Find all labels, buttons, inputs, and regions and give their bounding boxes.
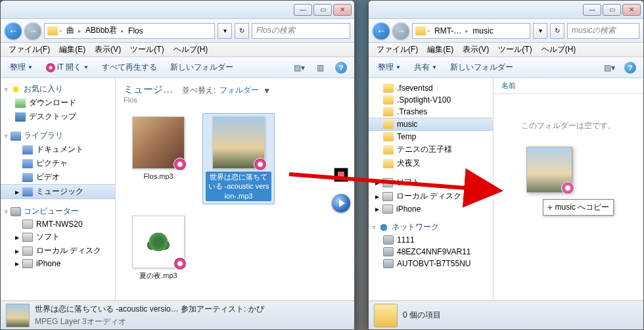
search-input[interactable]: musicの検索 (567, 23, 639, 39)
view-options-button[interactable]: ▤▾ (291, 60, 307, 76)
help-icon: ? (335, 62, 347, 74)
body-area: .fseventsd .Spotlight-V100 .Trashes musi… (369, 78, 643, 300)
open-with-button[interactable]: iT 開く▼ (42, 60, 93, 75)
itunes-badge-icon (254, 158, 267, 171)
forward-button[interactable]: → (24, 22, 41, 39)
sidebar-item-folder[interactable]: .fseventsd (369, 82, 493, 94)
view-options-button[interactable]: ▤▾ (601, 60, 617, 76)
sidebar-item-videos[interactable]: ▸ビデオ (1, 170, 115, 184)
forward-button[interactable]: → (392, 22, 409, 39)
file-label: Flos.mp3 (143, 172, 173, 181)
maximize-button[interactable]: ▭ (313, 4, 332, 16)
preview-pane-button[interactable]: ▥ (312, 60, 328, 76)
history-dropdown[interactable]: ▾ (218, 23, 232, 39)
address-bar[interactable]: « 曲 ▸ ABbbb君 ▸ Flos (44, 23, 215, 39)
sidebar-item-network[interactable]: AUTOBVT-B7T55NU (369, 258, 493, 270)
computer-icon (383, 259, 394, 268)
sidebar-item-drive[interactable]: ▸ソフト (369, 176, 493, 189)
sidebar-item-drive[interactable]: ▸ソフト (1, 230, 115, 244)
sidebar-item-folder[interactable]: 犬夜叉 (369, 156, 493, 170)
sidebar-item-folder[interactable]: テニスの王子様 (369, 143, 493, 156)
close-button[interactable]: ✕ (622, 4, 641, 16)
sidebar-item-network[interactable]: 1111 (369, 234, 493, 246)
back-button[interactable]: ← (5, 22, 22, 39)
library-subtitle: Flos (124, 96, 173, 104)
content-pane: 名前 このフォルダーは空です。 + music へコピー (494, 78, 643, 300)
close-button[interactable]: ✕ (333, 4, 352, 16)
new-folder-button[interactable]: 新しいフォルダー (166, 60, 237, 75)
share-button[interactable]: 共有▼ (410, 60, 441, 75)
minimize-button[interactable]: — (294, 4, 312, 16)
help-button[interactable]: ? (622, 60, 638, 76)
sidebar-item-pictures[interactable]: ▸ピクチャ (1, 156, 115, 170)
titlebar: — ▭ ✕ (1, 1, 354, 19)
menu-edit[interactable]: 編集(E) (423, 43, 457, 57)
file-item[interactable]: 世界は恋に落ちている -acoustic version-.mp3 (202, 113, 275, 204)
sidebar-item-drive[interactable]: ▸ローカル ディスク (1, 244, 115, 258)
media-file-icon[interactable] (334, 168, 348, 182)
menu-file[interactable]: ファイル(F) (5, 43, 54, 57)
menu-view[interactable]: 表示(V) (91, 43, 125, 57)
file-label: 世界は恋に落ちている -acoustic version-.mp3 (206, 172, 271, 201)
menu-tools[interactable]: ツール(T) (126, 43, 168, 57)
content-pane: ミュージ… Flos 並べ替え: フォルダー ▼ Flos.mp3 世界は恋に落… (116, 78, 354, 300)
itunes-badge-icon (561, 181, 574, 195)
sidebar-item-drive[interactable]: ▸ローカル ディスク (369, 189, 493, 203)
breadcrumb[interactable]: ABbbb君 (83, 25, 120, 36)
play-all-button[interactable]: すべて再生する (98, 60, 161, 75)
album-art (132, 216, 185, 268)
breadcrumb[interactable]: music (470, 26, 495, 35)
organize-button[interactable]: 整理▼ (6, 60, 37, 75)
maximize-button[interactable]: ▭ (603, 4, 621, 16)
sidebar-item-network[interactable]: 48EZC4NNF9VAR11 (369, 246, 493, 258)
sidebar-network-header[interactable]: ▿ネットワーク (369, 220, 493, 234)
sidebar-item-drive[interactable]: ▸RMT-NWS20 (1, 218, 115, 230)
breadcrumb[interactable]: 曲 (64, 25, 77, 36)
sidebar-item-folder[interactable]: music (369, 118, 493, 131)
status-thumbnail (6, 304, 30, 327)
sidebar-item-iphone[interactable]: ▸iPhone (1, 258, 115, 270)
sidebar-libraries-header[interactable]: ▿ライブラリ (1, 129, 115, 143)
status-bar: 世界は恋に落ちている -acoustic versio… 参加アーティスト: か… (1, 300, 354, 329)
sidebar-item-folder[interactable]: .Trashes (369, 106, 493, 118)
sidebar-computer-header[interactable]: ▿コンピューター (1, 204, 115, 218)
file-item[interactable]: Flos.mp3 (122, 113, 195, 204)
refresh-button[interactable]: ↻ (550, 23, 564, 39)
sidebar-favorites-header[interactable]: ▿お気に入り (1, 82, 115, 96)
breadcrumb[interactable]: Flos (126, 26, 146, 35)
menu-file[interactable]: ファイル(F) (373, 43, 422, 57)
file-item[interactable]: 夏の夜.mp3 (122, 212, 195, 283)
content-header: ミュージ… Flos 並べ替え: フォルダー ▼ (116, 78, 354, 106)
refresh-button[interactable]: ↻ (235, 23, 249, 39)
file-grid[interactable]: Flos.mp3 世界は恋に落ちている -acoustic version-.m… (116, 106, 354, 300)
sidebar-item-documents[interactable]: ▸ドキュメント (1, 143, 115, 156)
plus-icon: + (547, 202, 553, 212)
sidebar-item-folder[interactable]: .Spotlight-V100 (369, 94, 493, 106)
history-dropdown[interactable]: ▾ (533, 23, 547, 39)
menu-help[interactable]: ヘルプ(H) (170, 43, 212, 57)
wmp-play-icon[interactable] (332, 194, 350, 212)
sidebar-item-iphone[interactable]: ▸iPhone (369, 203, 493, 215)
menu-tools[interactable]: ツール(T) (494, 43, 536, 57)
menu-edit[interactable]: 編集(E) (55, 43, 89, 57)
folder-icon (383, 159, 394, 168)
menu-help[interactable]: ヘルプ(H) (538, 43, 580, 57)
titlebar: — ▭ ✕ (369, 1, 643, 19)
help-button[interactable]: ? (333, 60, 349, 76)
minimize-button[interactable]: — (583, 4, 601, 16)
breadcrumb[interactable]: RMT-… (432, 26, 464, 35)
new-folder-button[interactable]: 新しいフォルダー (446, 60, 517, 75)
address-bar[interactable]: « RMT-… ▸ music (412, 23, 530, 39)
sidebar-item-folder[interactable]: Temp (369, 131, 493, 143)
back-button[interactable]: ← (373, 22, 390, 39)
sidebar-item-downloads[interactable]: ダウンロード (1, 96, 115, 110)
menu-view[interactable]: 表示(V) (459, 43, 493, 57)
sidebar-item-music[interactable]: ▸ミュージック (1, 184, 115, 199)
column-header-name[interactable]: 名前 (494, 78, 643, 94)
sidebar-item-desktop[interactable]: デスクトップ (1, 110, 115, 124)
itunes-badge-icon (173, 158, 187, 171)
search-input[interactable]: Flosの検索 (252, 23, 350, 39)
sort-control[interactable]: 並べ替え: フォルダー ▼ (182, 85, 271, 96)
organize-button[interactable]: 整理▼ (374, 60, 405, 75)
file-grid[interactable]: このフォルダーは空です。 + music へコピー (494, 94, 643, 300)
